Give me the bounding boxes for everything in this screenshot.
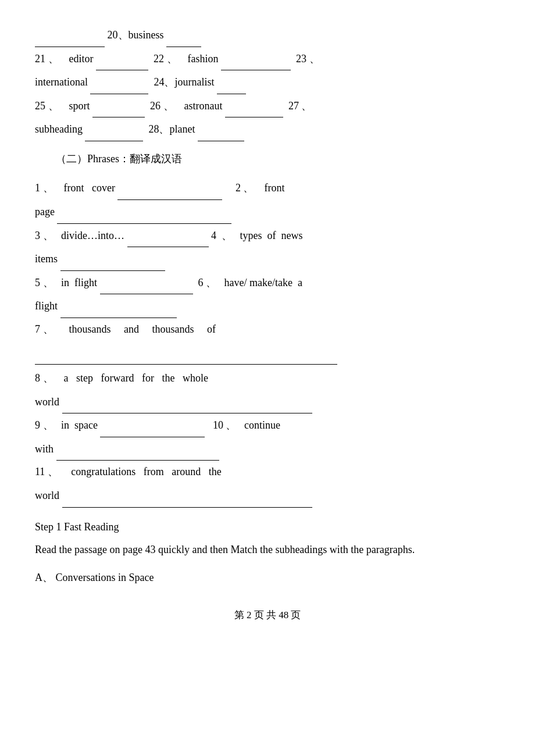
phrase-9-10: 9 、 in space 10 、 continue — [35, 413, 500, 437]
phrase-1b: page — [35, 200, 500, 224]
blank-25 — [92, 94, 145, 118]
page-content: 20、business 21 、 editor 22 、 fashion 23 … — [35, 23, 500, 625]
word-flight: flight — [35, 300, 58, 312]
blank-24 — [217, 70, 246, 94]
blank-p11 — [62, 484, 312, 508]
blank-p8 — [62, 390, 312, 414]
step1-item-a: A、 Conversations in Space — [35, 566, 500, 590]
phrase-7b — [35, 341, 500, 365]
blank-p2 — [57, 200, 231, 224]
blank-22 — [221, 47, 291, 71]
word-world11: world — [35, 490, 59, 501]
step1-title: Step 1 Fast Reading — [35, 516, 500, 539]
blank-p5 — [100, 271, 193, 295]
phrase-5b: flight — [35, 294, 500, 318]
word-subheading: subheading — [35, 123, 83, 135]
dun-p10: 、 — [226, 419, 236, 431]
dun-p6: 、 — [206, 277, 216, 288]
word-world8: world — [35, 396, 59, 408]
dun-p11: 、 — [48, 466, 58, 477]
num-p4: 4 — [211, 230, 216, 241]
blank-20-suffix — [166, 23, 201, 47]
word-have-make: have/ make/take a — [219, 277, 302, 288]
word-front2: front — [256, 182, 285, 194]
dun-p8: 、 — [43, 372, 54, 384]
phrase-3b: items — [35, 247, 500, 271]
phrase-8b: world — [35, 390, 500, 414]
dun-p5: 、 — [43, 277, 54, 288]
word-types: types of news — [235, 230, 303, 241]
word-sport: sport — [61, 100, 90, 112]
dun-p2: 、 — [243, 182, 254, 194]
num-p9: 9 — [35, 419, 40, 431]
phrase-1-2: 1 、 front cover 2 、 front — [35, 176, 500, 200]
phrase-3-4: 3 、 divide…into… 4 、 types of news — [35, 224, 500, 248]
blank-21 — [96, 47, 148, 71]
word-congratulations: congratulations from around the — [60, 466, 221, 477]
num-21: 21 — [35, 53, 45, 65]
blank-27 — [85, 117, 143, 141]
blank-26 — [225, 94, 283, 118]
blank-23 — [90, 70, 148, 94]
word-in-flight: in flight — [56, 277, 97, 288]
word-astronaut: astronaut — [176, 100, 222, 112]
blank-p6 — [60, 294, 177, 318]
dun-21: 、 — [48, 53, 59, 65]
dun-26: 、 — [163, 100, 174, 112]
word-editor: editor — [61, 53, 94, 65]
num-p6: 6 — [195, 277, 204, 288]
word-fashion: fashion — [180, 53, 219, 65]
num-26: 26 — [148, 100, 161, 112]
step1-desc: Read the passage on page 43 quickly and … — [35, 539, 500, 562]
num-p11: 11 — [35, 466, 45, 477]
word-continue: continue — [239, 419, 280, 431]
phrase-11b: world — [35, 484, 500, 508]
blank-p4 — [60, 247, 165, 271]
word-step-forward: a step forward for the whole — [56, 372, 208, 384]
line-international: international 24、journalist — [35, 70, 500, 94]
word-thousands: thousands and thousands of — [56, 323, 216, 335]
num-28: 28、planet — [146, 123, 195, 135]
num-p1: 1 — [35, 182, 40, 194]
num-p7: 7 — [35, 323, 40, 335]
blank-28 — [198, 117, 244, 141]
dun-p3: 、 — [43, 230, 54, 241]
dun-p7: 、 — [43, 323, 54, 335]
line-25-27: 25 、 sport 26 、 astronaut 27 、 — [35, 94, 500, 118]
word-items: items — [35, 253, 58, 265]
blank-p3 — [127, 224, 209, 248]
dun-p9: 、 — [43, 419, 54, 431]
blank-p9 — [100, 413, 205, 437]
dun-22: 、 — [167, 53, 177, 65]
dun-25: 、 — [48, 100, 59, 112]
phrase-11: 11 、 congratulations from around the — [35, 461, 500, 484]
blank-p1 — [117, 176, 222, 200]
dun-p1: 、 — [43, 182, 54, 194]
text-20: 20、business — [108, 29, 164, 41]
word-page: page — [35, 206, 55, 217]
line-21-23: 21 、 editor 22 、 fashion 23 、 — [35, 47, 500, 71]
line-subheading: subheading 28、planet — [35, 117, 500, 141]
word-international: international — [35, 76, 88, 88]
num-p3: 3 — [35, 230, 40, 241]
page-footer: 第 2 页 共 48 页 — [35, 607, 500, 625]
num-24: 24、journalist — [151, 76, 215, 88]
phrase-7: 7 、 thousands and thousands of — [35, 318, 500, 341]
line-20: 20、business — [35, 23, 500, 47]
dun-27: 、 — [301, 100, 312, 112]
word-divide: divide…into… — [56, 230, 124, 241]
num-p8: 8 — [35, 372, 40, 384]
phrase-9b: with — [35, 437, 500, 461]
num-23: 23 — [294, 53, 307, 65]
section2-title: （二）Phrases：翻译成汉语 — [56, 149, 500, 168]
blank-p7 — [35, 341, 337, 365]
blank-p10 — [56, 437, 219, 461]
phrase-5-6: 5 、 in flight 6 、 have/ make/take a — [35, 271, 500, 295]
num-p5: 5 — [35, 277, 40, 288]
phrase-8: 8 、 a step forward for the whole — [35, 367, 500, 390]
word-in-space: in space — [56, 419, 98, 431]
num-p2: 2 — [225, 182, 241, 194]
word-with: with — [35, 443, 54, 455]
num-p10: 10 — [208, 419, 223, 431]
num-25: 25 — [35, 100, 45, 112]
